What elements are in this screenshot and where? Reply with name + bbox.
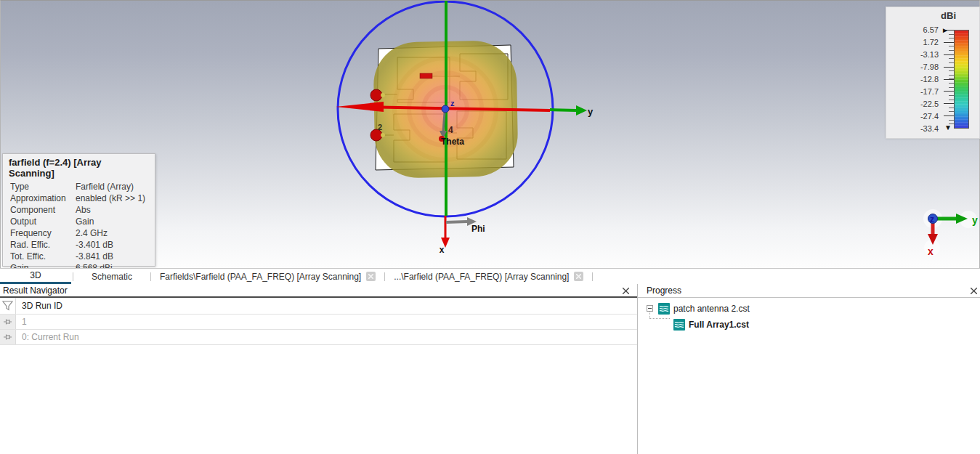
progress-panel: Progress patch antenna 2.cst xyxy=(638,284,980,454)
info-row-frequency: Frequency 2.4 GHz xyxy=(3,227,155,239)
info-value: -3.841 dB xyxy=(76,251,155,262)
tab-label: ...\Farfield (PAA_FA_FREQ) [Array Scanni… xyxy=(394,272,569,282)
panel-title: Result Navigator xyxy=(3,285,68,296)
info-label: Rad. Effic. xyxy=(10,239,76,251)
3d-viewport[interactable]: y x Phi 4 Theta 2 xyxy=(0,0,980,268)
result-navigator-header: Result Navigator xyxy=(0,284,637,298)
info-value: Abs xyxy=(76,204,155,216)
info-row-output: Output Gain xyxy=(3,216,155,227)
legend-tick: -27.4 xyxy=(886,112,939,121)
tab-label: Schematic xyxy=(92,272,132,282)
info-row-rad-effic: Rad. Effic. -3.401 dB xyxy=(3,239,155,251)
run-id-header-label: 3D Run ID xyxy=(16,301,62,311)
close-icon[interactable] xyxy=(574,272,583,281)
info-value: enabled (kR >> 1) xyxy=(76,192,155,204)
tab-farfield-1[interactable]: Farfields\Farfield (PAA_FA_FREQ) [Array … xyxy=(153,269,383,284)
theta-label: Theta xyxy=(441,137,464,147)
close-icon[interactable] xyxy=(366,272,376,281)
legend-tick: -33.4 xyxy=(886,124,939,133)
x-axis-label: x xyxy=(440,245,445,255)
origin-dot xyxy=(442,105,449,113)
port2-label: 2 xyxy=(378,123,382,131)
farfield-info-title: farfield (f=2.4) [Array Scanning] xyxy=(3,154,155,181)
progress-header: Progress xyxy=(638,284,980,298)
cst-application-window: y x Phi 4 Theta 2 xyxy=(0,0,980,454)
tab-3d[interactable]: 3D xyxy=(0,269,71,284)
triad-y-label: y xyxy=(972,214,978,226)
close-icon[interactable] xyxy=(969,286,978,295)
info-row-type: Type Farfield (Array) xyxy=(3,181,155,192)
info-row-approximation: Approximation enabled (kR >> 1) xyxy=(3,192,155,204)
tree-item-label: Full Array1.cst xyxy=(638,320,749,330)
filter-icon[interactable] xyxy=(0,298,16,314)
pin-icon[interactable] xyxy=(0,330,16,344)
pin-icon[interactable] xyxy=(0,315,16,329)
info-label: Approximation xyxy=(10,192,76,204)
info-label: Tot. Effic. xyxy=(10,251,76,262)
farfield-info-box: farfield (f=2.4) [Array Scanning] Type F… xyxy=(2,153,155,267)
info-value: 2.4 GHz xyxy=(76,227,155,239)
legend-colorbar[interactable] xyxy=(954,30,969,129)
legend-tick: -3.13 xyxy=(886,50,939,59)
info-row-component: Component Abs xyxy=(3,204,155,216)
tab-separator xyxy=(73,272,73,281)
tab-separator xyxy=(592,272,593,281)
info-row-tot-effic: Tot. Effic. -3.841 dB xyxy=(3,251,155,262)
collapse-icon[interactable] xyxy=(647,305,653,312)
legend-title: dBi xyxy=(886,10,956,21)
legend-tick: 6.57 xyxy=(886,25,939,34)
run-row-1[interactable]: 1 xyxy=(0,315,637,330)
tab-label: 3D xyxy=(30,270,41,280)
tree-item-project[interactable]: patch antenna 2.cst xyxy=(638,301,980,317)
tree-item-label: patch antenna 2.cst xyxy=(638,304,750,314)
tab-separator xyxy=(150,272,151,281)
legend-tick: 1.72 xyxy=(886,38,939,46)
legend-tickmarks xyxy=(944,30,954,128)
close-icon[interactable] xyxy=(621,286,630,295)
colorbar-legend: dBi 6.57 1.72 -3.13 -7.98 -12.8 -17.7 -2… xyxy=(886,7,980,139)
info-label: Output xyxy=(10,216,76,227)
tab-label: Farfields\Farfield (PAA_FA_FREQ) [Array … xyxy=(160,272,361,282)
lower-panels: Result Navigator 3D Run ID 1 xyxy=(0,284,980,454)
tab-farfield-2[interactable]: ...\Farfield (PAA_FA_FREQ) [Array Scanni… xyxy=(386,269,591,284)
panel-title: Progress xyxy=(647,285,681,296)
z-center-label: z xyxy=(450,99,455,108)
x-axis-arrow xyxy=(441,216,450,248)
triad-x-label: x xyxy=(928,246,934,257)
info-value: -3.401 dB xyxy=(76,239,155,251)
port4-label: 4 xyxy=(448,125,453,135)
tab-schematic[interactable]: Schematic xyxy=(75,269,149,284)
phi-label: Phi xyxy=(471,224,485,234)
legend-tick: -17.7 xyxy=(886,87,939,96)
triad-z-label: z xyxy=(930,214,934,224)
view-tab-bar: 3D Schematic Farfields\Farfield (PAA_FA_… xyxy=(0,268,980,284)
legend-tick: -7.98 xyxy=(886,62,939,71)
legend-tick: -12.8 xyxy=(886,75,939,84)
tab-separator xyxy=(384,272,385,281)
legend-tick: -22.5 xyxy=(886,100,939,108)
info-label: Component xyxy=(10,204,76,216)
result-navigator-panel: Result Navigator 3D Run ID 1 xyxy=(0,284,637,454)
run-row-label: 1 xyxy=(16,317,27,327)
info-value: Gain xyxy=(76,216,155,227)
legend-min-marker-icon[interactable]: ▼ xyxy=(944,123,952,131)
info-label: Frequency xyxy=(10,227,76,239)
cst-project-icon xyxy=(673,319,685,333)
info-label: Type xyxy=(10,181,76,192)
legend-max-marker-icon[interactable]: ► xyxy=(941,26,949,34)
run-id-header-row[interactable]: 3D Run ID xyxy=(0,298,637,315)
run-row-label: 0: Current Run xyxy=(16,332,79,342)
run-row-current[interactable]: 0: Current Run xyxy=(0,330,637,345)
info-value: Farfield (Array) xyxy=(76,181,155,192)
y-axis-label: y xyxy=(588,106,594,117)
cst-project-icon xyxy=(658,303,670,317)
tree-item-subproject[interactable]: Full Array1.cst xyxy=(638,317,980,333)
progress-tree: patch antenna 2.cst Full Array1.cst xyxy=(638,298,980,333)
